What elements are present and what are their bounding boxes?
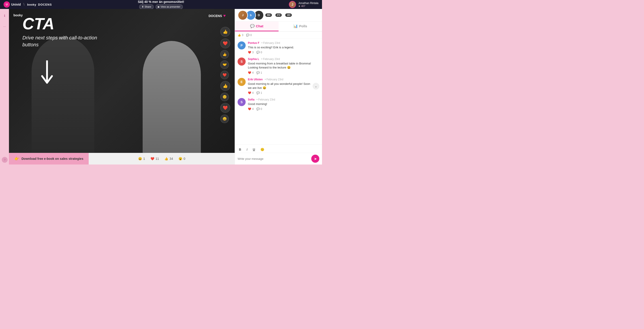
chat-meta-4: Sofia • February 23rd (248, 98, 319, 101)
top-comment-btn[interactable]: 💬 0 (246, 33, 252, 37)
help-button[interactable]: ? (2, 157, 8, 163)
msg4-like-btn[interactable]: ❤️ 4 (248, 107, 254, 111)
chat-area: P Pontus F • February 23rd This is so ex… (235, 39, 322, 144)
msg4-heart-icon: ❤️ (248, 107, 251, 111)
breadcrumb-separator: \ (24, 2, 24, 6)
msg3-like-btn[interactable]: ❤️ 4 (248, 91, 254, 94)
presenter-right (143, 41, 201, 153)
msg2-comment-btn[interactable]: 💬 1 (256, 71, 262, 74)
msg3-comment-icon: 💬 (256, 91, 260, 94)
chat-text-3: Good morning to all you wonderful people… (248, 82, 310, 90)
format-bold-btn[interactable]: B (238, 147, 242, 152)
chat-message-1: P Pontus F • February 23rd This is so ex… (238, 41, 319, 54)
reaction-stat-thumbs: 👍 34 (164, 157, 173, 160)
reaction-clap[interactable]: 🤝 (220, 60, 229, 69)
share-button[interactable]: ⬆ Share (139, 4, 154, 9)
cta-download-button[interactable]: 👉 Download free e-book on sales strategi… (9, 153, 89, 164)
msg1-like-btn[interactable]: ❤️ 3 (248, 51, 254, 54)
reaction-heart-float[interactable]: ❤️ (220, 103, 230, 113)
chat-content-3: Erik Ullsten • February 23rd Good mornin… (248, 78, 310, 94)
chat-message-2: S Sophia L • February 23rd Good morning … (238, 57, 319, 74)
event-headline: Sälj 40 % mer än genomsnittet! (138, 0, 184, 3)
cta-text: Download free e-book on sales strategies (22, 157, 83, 160)
chat-meta-3: Erik Ullsten • February 23rd (248, 78, 310, 81)
video-booky-logo: booky (14, 13, 22, 17)
chat-reactions-1: ❤️ 3 💬 0 (248, 51, 319, 54)
audience-avatar-1: J (238, 10, 248, 20)
chat-text-2: Good morning from a breakfast table in B… (248, 61, 319, 70)
msg2-heart-icon: ❤️ (248, 71, 251, 74)
top-bar-center: Sälj 40 % mer än genomsnittet! ⬆ Share ▶… (138, 0, 184, 9)
heart-icon: ♥ (223, 13, 226, 18)
chat-username-2: Sophia L (248, 57, 259, 61)
top-comment-icon: 💬 (246, 33, 250, 37)
audience-count-2: 272 (276, 13, 282, 17)
video-cta-title: CTA (22, 16, 108, 32)
reaction-thumbsup-big[interactable]: 👍 (220, 27, 230, 37)
more-sidebar-icon[interactable]: ··· (1, 23, 8, 29)
top-like-btn[interactable]: 👍 3 (238, 33, 244, 37)
reaction-smile-float[interactable]: 😊 (220, 93, 229, 101)
info-sidebar-icon[interactable]: ℹ (1, 12, 8, 19)
chat-formatting-toolbar: B I U 🙂 (238, 146, 319, 153)
chat-message-3: E Erik Ullsten • February 23rd Good morn… (238, 78, 319, 94)
left-sidebar: ℹ ··· (0, 9, 9, 164)
tab-bar: 💬 Chat 📊 Polls (235, 21, 322, 32)
smile-icon: 😀 (138, 157, 142, 160)
reaction-thumbsup-small[interactable]: 👍 (220, 50, 229, 59)
presenter-view-button[interactable]: ▶ View as presenter (156, 4, 183, 9)
msg1-comment-btn[interactable]: 💬 0 (256, 51, 262, 54)
audience-bar: J b D 394 272 183 (235, 9, 322, 21)
heart-stat-count: 11 (156, 157, 159, 160)
reaction-smiley-float[interactable]: 😀 (220, 115, 229, 123)
video-subtitle: Drive next steps with call-to-action but… (22, 34, 108, 48)
top-bar: U Univid \ booky DOCENS Sälj 40 % mer än… (0, 0, 322, 9)
video-background: booky DOCENS ♥ CTA Drive next steps with… (9, 9, 235, 153)
smile-count: 1 (143, 157, 145, 160)
msg2-like-btn[interactable]: ❤️ 4 (248, 71, 254, 74)
chat-avatar-4: S (238, 98, 246, 106)
reaction-heart-small[interactable]: ❤️ (220, 71, 229, 79)
msg3-comment-btn[interactable]: 💬 1 (256, 91, 262, 94)
chat-username-3: Erik Ullsten (248, 78, 263, 81)
reaction-thumbsup-float[interactable]: 👍 (220, 81, 230, 91)
tab-polls[interactable]: 📊 Polls (278, 21, 322, 31)
brand2-logo: DOCENS (38, 3, 52, 6)
msg2-like-count: 4 (252, 71, 254, 74)
chat-time-3: • February 23rd (265, 78, 283, 81)
chat-username-1: Pontus F (248, 41, 259, 44)
chat-input-row: ➤ (238, 155, 319, 163)
chat-content-1: Pontus F • February 23rd This is so exci… (248, 41, 319, 54)
format-underline-btn[interactable]: U (252, 147, 256, 152)
top-bar-actions: ⬆ Share ▶ View as presenter (139, 4, 183, 9)
univid-logo[interactable]: U Univid (4, 1, 21, 7)
chat-reactions-4: ❤️ 4 💬 0 (248, 107, 319, 111)
msg4-comment-icon: 💬 (256, 107, 260, 111)
user-info: Jonathan Rintala ★ 407 (298, 1, 318, 7)
msg4-comment-btn[interactable]: 💬 0 (256, 107, 262, 111)
logo-text: Univid (11, 3, 21, 6)
thumbs-stat-count: 34 (170, 157, 173, 160)
chat-message-input[interactable] (238, 156, 310, 162)
msg4-like-count: 4 (252, 107, 254, 111)
chat-username-4: Sofia (248, 98, 254, 101)
cta-emoji: 👉 (14, 156, 19, 161)
format-italic-btn[interactable]: I (245, 147, 249, 152)
chat-send-button[interactable]: ➤ (311, 155, 319, 163)
chat-content-4: Sofia • February 23rd Good morning! ❤️ 4… (248, 98, 319, 111)
audience-count-3: 183 (285, 13, 292, 17)
msg3-expand-btn[interactable]: ⌄ (312, 83, 319, 89)
reaction-stat-heart: ❤️ 11 (150, 157, 159, 160)
msg3-heart-icon: ❤️ (248, 91, 251, 94)
msg3-like-count: 4 (252, 91, 254, 94)
logo-icon: U (4, 1, 10, 7)
tab-chat[interactable]: 💬 Chat (235, 21, 278, 31)
chat-tab-label: Chat (256, 24, 263, 28)
brand1-logo: booky (27, 3, 36, 6)
video-area: booky DOCENS ♥ CTA Drive next steps with… (9, 9, 235, 164)
more-icon: ··· (3, 25, 6, 28)
msg4-comment-count: 0 (261, 107, 262, 111)
format-emoji-btn[interactable]: 🙂 (259, 147, 266, 152)
reaction-heart-big[interactable]: ❤️ (220, 38, 230, 48)
chat-time-4: • February 23rd (256, 98, 275, 101)
